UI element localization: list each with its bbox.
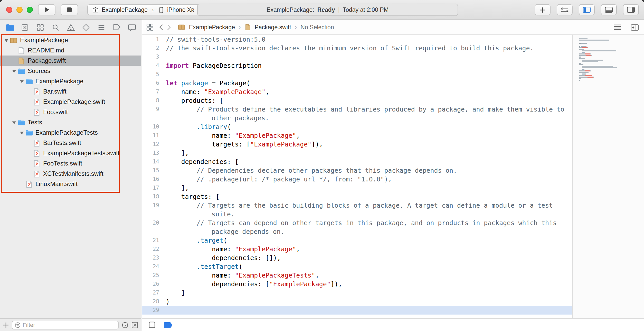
line-number[interactable]: 27 xyxy=(142,288,166,297)
tree-item-linuxmain-swift[interactable]: LinuxMain.swift xyxy=(0,179,141,189)
tree-item-tests[interactable]: Tests xyxy=(0,117,141,127)
code-line-23[interactable]: 23 dependencies: []), xyxy=(142,253,572,262)
tree-item-examplepackagetests-swift[interactable]: ExamplePackageTests.swift xyxy=(0,148,141,158)
code-line-29[interactable]: 29 xyxy=(142,306,572,315)
disclosure-triangle-icon[interactable] xyxy=(18,130,25,135)
code-line-15[interactable]: 15 // Dependencies declare other package… xyxy=(142,166,572,175)
code-line-18[interactable]: 18 targets: [ xyxy=(142,192,572,201)
code-line-14[interactable]: 14 dependencies: [ xyxy=(142,157,572,166)
stop-button[interactable] xyxy=(61,4,78,15)
tree-item-footests-swift[interactable]: FooTests.swift xyxy=(0,158,141,169)
code-line-16[interactable]: 16 // .package(url: /* package url */, f… xyxy=(142,175,572,183)
line-number[interactable]: 17 xyxy=(142,183,166,192)
navigator-tab-find[interactable] xyxy=(51,22,61,32)
line-number[interactable]: 11 xyxy=(142,131,166,140)
navigator-tab-tests[interactable] xyxy=(81,22,91,32)
zoom-window-button[interactable] xyxy=(27,7,33,13)
toggle-navigator-button[interactable] xyxy=(579,4,595,15)
tree-item-xctestmanifests-swift[interactable]: XCTestManifests.swift xyxy=(0,169,141,179)
disclosure-triangle-icon[interactable] xyxy=(11,120,17,125)
tree-item-sources[interactable]: Sources xyxy=(0,66,141,76)
code-line-12[interactable]: 12 targets: ["ExamplePackage"]), xyxy=(142,140,572,149)
close-window-button[interactable] xyxy=(6,7,12,13)
line-number[interactable]: 18 xyxy=(142,192,166,201)
tree-item-examplepackage[interactable]: ExamplePackage xyxy=(0,35,141,45)
code-line-19[interactable]: 19 // Targets are the basic building blo… xyxy=(142,201,572,218)
forward-button[interactable] xyxy=(167,24,171,30)
line-number[interactable]: 20 xyxy=(142,218,166,236)
code-line-8[interactable]: 8 products: [ xyxy=(142,96,572,105)
disclosure-triangle-icon[interactable] xyxy=(11,69,17,73)
line-number[interactable]: 9 xyxy=(142,105,166,122)
line-number[interactable]: 24 xyxy=(142,262,166,271)
line-number[interactable]: 5 xyxy=(142,70,166,79)
line-number[interactable]: 19 xyxy=(142,201,166,218)
tree-item-examplepackage[interactable]: ExamplePackage xyxy=(0,76,141,86)
line-number[interactable]: 13 xyxy=(142,149,166,157)
code-line-20[interactable]: 20 // Targets can depend on other target… xyxy=(142,218,572,236)
code-line-5[interactable]: 5 xyxy=(142,70,572,79)
line-number[interactable]: 8 xyxy=(142,96,166,105)
disclosure-triangle-icon[interactable] xyxy=(3,38,10,42)
code-line-7[interactable]: 7 name: "ExamplePackage", xyxy=(142,87,572,96)
breadcrumb-file[interactable]: Package.swift xyxy=(255,24,291,30)
line-number[interactable]: 3 xyxy=(142,52,166,61)
navigator-tab-source-control[interactable] xyxy=(20,22,30,32)
tree-item-examplepackage-swift[interactable]: ExamplePackage.swift xyxy=(0,97,141,107)
navigator-tab-debug[interactable] xyxy=(96,22,107,32)
minimap[interactable] xyxy=(572,35,644,318)
code-line-11[interactable]: 11 name: "ExamplePackage", xyxy=(142,131,572,140)
disclosure-triangle-icon[interactable] xyxy=(18,79,25,84)
line-number[interactable]: 16 xyxy=(142,175,166,183)
toggle-debug-area-button[interactable] xyxy=(601,4,617,15)
code-line-6[interactable]: 6let package = Package( xyxy=(142,79,572,87)
minimize-window-button[interactable] xyxy=(16,7,23,13)
navigator-tab-symbols[interactable] xyxy=(35,22,45,32)
add-editor-button[interactable] xyxy=(631,24,639,31)
line-number[interactable]: 2 xyxy=(142,44,166,52)
line-number[interactable]: 7 xyxy=(142,87,166,96)
code-line-21[interactable]: 21 .target( xyxy=(142,236,572,245)
tree-item-bartests-swift[interactable]: BarTests.swift xyxy=(0,138,141,148)
back-button[interactable] xyxy=(159,24,163,30)
code-line-27[interactable]: 27 ] xyxy=(142,288,572,297)
source-control-filter-button[interactable] xyxy=(131,321,138,328)
filter-add-button[interactable] xyxy=(3,322,9,328)
line-number[interactable]: 28 xyxy=(142,297,166,306)
line-number[interactable]: 1 xyxy=(142,35,166,44)
code-line-10[interactable]: 10 .library( xyxy=(142,122,572,131)
tree-item-examplepackagetests[interactable]: ExamplePackageTests xyxy=(0,127,141,138)
editor-swap-button[interactable] xyxy=(557,4,573,15)
tree-item-package-swift[interactable]: Package.swift xyxy=(0,56,141,66)
line-number[interactable]: 12 xyxy=(142,140,166,149)
breadcrumb-selection[interactable]: No Selection xyxy=(300,24,334,30)
editor-options-button[interactable] xyxy=(613,24,621,30)
line-number[interactable]: 22 xyxy=(142,245,166,253)
code-line-28[interactable]: 28) xyxy=(142,297,572,306)
code-line-4[interactable]: 4import PackageDescription xyxy=(142,61,572,70)
related-items-button[interactable] xyxy=(146,23,154,31)
breakpoints-toggle-button[interactable] xyxy=(164,321,173,328)
tree-item-bar-swift[interactable]: Bar.swift xyxy=(0,86,141,97)
scheme-selector[interactable]: ExamplePackage › iPhone Xʀ xyxy=(87,4,200,15)
line-number[interactable]: 15 xyxy=(142,166,166,175)
navigator-tab-project[interactable] xyxy=(5,22,15,32)
toggle-inspector-button[interactable] xyxy=(623,4,639,15)
line-number[interactable]: 25 xyxy=(142,271,166,280)
navigator-tab-issues[interactable] xyxy=(66,22,76,32)
line-number[interactable]: 23 xyxy=(142,253,166,262)
source-editor[interactable]: 1// swift-tools-version:5.02// The swift… xyxy=(142,35,572,318)
code-line-3[interactable]: 3 xyxy=(142,52,572,61)
line-number[interactable]: 4 xyxy=(142,61,166,70)
add-library-button[interactable] xyxy=(535,4,551,15)
code-line-13[interactable]: 13 ], xyxy=(142,149,572,157)
tree-item-foo-swift[interactable]: Foo.swift xyxy=(0,107,141,117)
navigator-tab-breakpoints[interactable] xyxy=(112,22,122,32)
line-number[interactable]: 6 xyxy=(142,79,166,87)
code-line-25[interactable]: 25 name: "ExamplePackageTests", xyxy=(142,271,572,280)
breadcrumb-project[interactable]: ExamplePackage xyxy=(189,24,235,30)
line-number[interactable]: 14 xyxy=(142,157,166,166)
code-line-24[interactable]: 24 .testTarget( xyxy=(142,262,572,271)
recent-files-clock-button[interactable] xyxy=(122,321,128,328)
code-line-2[interactable]: 2// The swift-tools-version declares the… xyxy=(142,44,572,52)
